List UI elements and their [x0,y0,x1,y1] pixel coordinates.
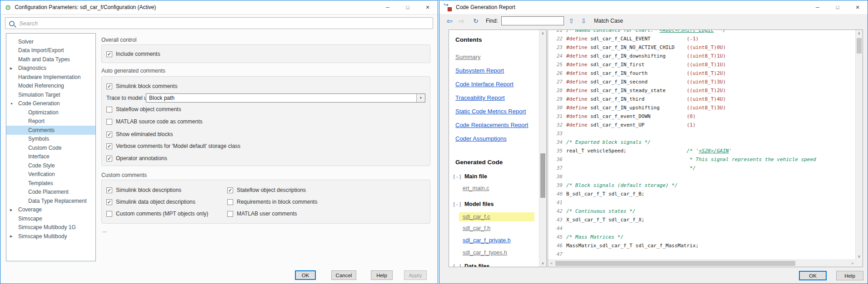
trace-to-model-dropdown[interactable]: Block path▼ [146,93,425,103]
sidebar-item-custom-code[interactable]: Custom Code [6,143,95,152]
find-next-icon[interactable]: ⇩ [578,14,589,28]
file-link-sdl-car-f-c[interactable]: sdl_car_f.c [459,212,534,221]
contents-link-code-interface-report[interactable]: Code Interface Report [455,81,514,88]
sidebar-item-data-type-replacement[interactable]: Data Type Replacement [6,196,95,206]
sidebar-scrollbar-thumb[interactable] [540,153,545,198]
code-link-s28-gain[interactable]: <S28>/GAIN [698,148,728,154]
vertical-scrollbar-thumb[interactable] [857,38,862,54]
sidebar-item-label: Custom Code [6,145,61,151]
scroll-down-icon[interactable]: ∨ [539,260,546,267]
scroll-right-icon[interactable]: > [849,260,856,267]
sidebar-item-report[interactable]: Report [6,117,95,126]
sidebar-item-simscape-multibody-1g[interactable]: Simscape Multibody 1G [6,223,95,232]
match-case-toggle[interactable]: Match Case [594,18,623,24]
code-line-35: 35real_T vehicleSpeed; /* '<S28>/GAIN' [550,147,856,155]
checkbox-requirements-in-block-comments[interactable] [227,199,233,205]
checkbox-verbose-comments-for-model-default-storage-class[interactable]: ✓ [106,143,112,149]
checkbox-row-operator-annotations: ✓Operator annotations [106,155,167,162]
close-button[interactable]: ✕ [418,0,438,14]
checkbox-stateflow-object-descriptions[interactable]: ✓ [227,187,233,193]
sidebar-item-simulation-target[interactable]: Simulation Target [6,90,95,99]
checkbox-simulink-data-object-descriptions[interactable]: ✓ [106,199,112,205]
scroll-up-icon[interactable]: ∧ [539,30,546,37]
scroll-left-icon[interactable]: < [548,260,555,267]
code-line-34: 34/* Exported block signals */ [550,138,856,147]
left-window-controls: ─ □ ✕ [378,0,438,14]
find-previous-icon[interactable]: ⇧ [566,14,577,28]
dropdown-arrow-icon[interactable]: ▼ [416,94,425,102]
file-link-sdl-car-f-private-h[interactable]: sdl_car_f_private.h [463,237,511,244]
contents-link-static-code-metrics-report[interactable]: Static Code Metrics Report [455,108,526,115]
scroll-up-icon[interactable]: ∧ [856,30,863,37]
cancel-button[interactable]: Cancel [331,270,356,280]
sidebar-item-symbols[interactable]: Symbols [6,135,95,144]
sidebar-item-optimization[interactable]: Optimization [6,108,95,117]
file-link-ert-main-c[interactable]: ert_main.c [463,185,489,191]
file-link-sdl-car-f-h[interactable]: sdl_car_f.h [463,225,490,231]
sidebar-item-model-referencing[interactable]: Model Referencing [6,82,95,91]
code-line-33: 33 [550,129,856,138]
checkbox-matlab-user-comments[interactable] [227,211,233,217]
help-button[interactable]: Help [836,271,863,280]
sidebar-item-code-placement[interactable]: Code Placement [6,188,95,197]
sidebar-item-label: Comments [6,127,55,133]
code-text: ' */ [714,30,726,33]
checkbox-include-comments[interactable]: ✓ [106,51,112,57]
sidebar-item-simscape[interactable]: Simscape [6,214,95,223]
line-number: 44 [550,224,563,233]
sidebar-item-templates[interactable]: Templates [6,179,95,188]
minimize-button[interactable]: ─ [808,0,828,14]
checkbox-show-eliminated-blocks[interactable]: ✓ [106,132,112,137]
forward-icon[interactable]: ⇨ [456,14,467,28]
maximize-button[interactable]: □ [398,0,418,14]
sidebar-item-label: Code Placement [6,189,69,195]
contents-link-subsystem-report[interactable]: Subsystem Report [455,67,504,74]
help-button[interactable]: Help [371,270,393,280]
sidebar-item-diagnostics[interactable]: ▶Diagnostics [6,64,95,73]
sidebar-item-code-style[interactable]: Code Style [6,161,95,170]
minimize-button[interactable]: ─ [378,0,398,14]
code-link-root-shift-logic[interactable]: <Root>/Shift Logic [659,30,713,33]
collapse-toggle-icon[interactable]: [-] [453,174,462,180]
sidebar-item-verification[interactable]: Verification [6,170,95,179]
sidebar-item-code-generation[interactable]: ▼Code Generation [6,99,95,108]
close-button[interactable]: ✕ [848,0,868,14]
checkbox-stateflow-object-comments[interactable] [106,107,112,113]
code-line-31: 31#define sdl_car_f_event_DOWN (0) [550,112,856,121]
sidebar-item-coverage[interactable]: ▶Coverage [6,206,95,215]
checkbox-matlab-source-code-as-comments[interactable] [106,119,112,125]
sidebar-item-label: Optimization [6,109,59,116]
sidebar-item-data-import-export[interactable]: Data Import/Export [6,46,95,55]
code-line-46: 46MassMatrix_sdl_car_f_T sdl_car_f_MassM… [550,241,856,250]
file-group-label: Model files [464,201,494,207]
horizontal-scrollbar-thumb[interactable] [555,261,795,266]
sidebar-item-solver[interactable]: Solver [6,37,95,46]
collapse-toggle-icon[interactable]: [-] [453,264,462,267]
scroll-down-icon[interactable]: ∨ [856,253,863,260]
sidebar-item-comments[interactable]: Comments [6,126,95,135]
checkbox-operator-annotations[interactable]: ✓ [106,156,112,162]
checkbox-row-show-eliminated-blocks: ✓Show eliminated blocks [106,131,173,137]
maximize-button[interactable]: □ [828,0,848,14]
ok-button[interactable]: OK [295,270,316,280]
checkbox-simulink-block-comments[interactable]: ✓ [106,83,112,89]
sidebar-item-simscape-multibody[interactable]: ▶Simscape Multibody [6,232,95,241]
back-icon[interactable]: ⇦ [444,14,455,28]
contents-link-traceability-report[interactable]: Traceability Report [455,94,505,101]
ok-button[interactable]: OK [799,271,827,280]
file-link-sdl-car-f-types-h[interactable]: sdl_car_f_types.h [463,250,507,256]
sidebar-item-hardware-implementation[interactable]: Hardware Implementation [6,73,95,82]
code-text: #define [566,113,590,119]
sidebar-item-math-and-data-types[interactable]: Math and Data Types [6,55,95,64]
search-input[interactable] [5,17,433,29]
refresh-icon[interactable]: ↻ [470,14,481,28]
contents-link-coder-assumptions[interactable]: Coder Assumptions [455,135,507,142]
contents-link-code-replacements-report[interactable]: Code Replacements Report [455,122,528,128]
checkbox-simulink-block-descriptions[interactable]: ✓ [106,187,112,193]
collapse-toggle-icon[interactable]: [-] [453,201,462,207]
find-input[interactable] [501,16,564,25]
checkbox-custom-comments-mpt-objects-only[interactable] [106,211,112,217]
sidebar-item-interface[interactable]: Interface [6,152,95,162]
contents-link-summary[interactable]: Summary [455,54,481,60]
checkbox-row-simulink-block-descriptions: ✓Simulink block descriptions [106,187,181,193]
